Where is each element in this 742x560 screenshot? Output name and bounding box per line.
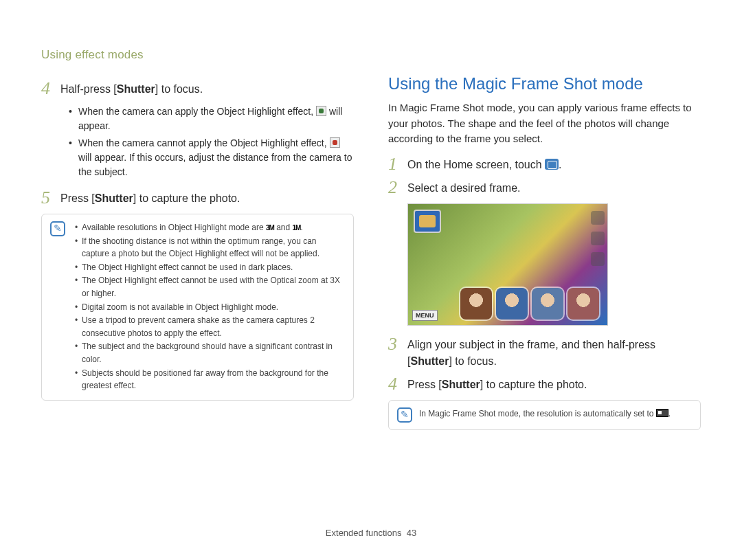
text: Press [: [407, 379, 442, 390]
list-item: If the shooting distance is not within t…: [75, 235, 345, 260]
shutter-label: Shutter: [410, 355, 449, 367]
text: Press [: [60, 192, 95, 204]
list-item: The subject and the background should ha…: [75, 340, 345, 366]
step-text: Align your subject in the frame, and the…: [407, 337, 701, 370]
camera-screenshot: MENU: [407, 203, 608, 326]
list-item: Subjects should be positioned far away f…: [75, 367, 345, 392]
text: When the camera can apply the Object Hig…: [78, 106, 316, 117]
step-text: Half-press [Shutter] to focus.: [60, 81, 354, 98]
note-text: In Magic Frame Shot mode, the resolution…: [419, 407, 692, 423]
text: .: [668, 409, 671, 418]
frame-thumbnail: [460, 288, 492, 320]
screenshot-app-icon: [414, 210, 441, 233]
step-1: 1 On the Home screen, touch .: [388, 157, 701, 173]
step-number: 3: [388, 335, 407, 370]
list-item: Use a tripod to prevent camera shake as …: [75, 314, 345, 339]
section-intro: In Magic Frame Shot mode, you can apply …: [388, 100, 701, 147]
step-5: 5 Press [Shutter] to capture the photo.: [41, 190, 354, 207]
note-box: In Magic Frame Shot mode, the resolution…: [388, 400, 701, 430]
step-number: 5: [41, 189, 60, 207]
text: Half-press [: [60, 83, 117, 95]
text: will appear. If this occurs, adjust the …: [78, 152, 352, 177]
text: ] to capture the photo.: [133, 192, 240, 204]
step-number: 4: [388, 375, 407, 393]
text: In Magic Frame Shot mode, the resolution…: [419, 409, 656, 418]
screenshot-menu-button: MENU: [412, 310, 438, 321]
text: .: [300, 223, 302, 232]
note-box: Available resolutions in Object Highligh…: [41, 214, 354, 401]
highlight-fail-icon: [330, 137, 340, 148]
frame-thumbnail: [567, 288, 599, 320]
right-column: Using the Magic Frame Shot mode In Magic…: [388, 48, 701, 438]
text: When the camera cannot apply the Object …: [78, 137, 330, 148]
step-2: 2 Select a desired frame.: [388, 180, 701, 197]
step-text: Select a desired frame.: [407, 180, 701, 197]
text: ] to capture the photo.: [480, 379, 587, 390]
note-list: Available resolutions in Object Highligh…: [72, 221, 345, 393]
page-footer: Extended functions 43: [0, 528, 742, 538]
step-text: On the Home screen, touch .: [407, 157, 701, 173]
text: .: [559, 159, 561, 170]
step-4-right: 4 Press [Shutter] to capture the photo.: [388, 377, 701, 393]
frame-thumbnails: [460, 288, 599, 320]
section-title: Using the Magic Frame Shot mode: [388, 74, 701, 93]
list-item: Digital zoom is not available in Object …: [75, 301, 345, 314]
list-item: Available resolutions in Object Highligh…: [75, 221, 345, 234]
page: Using effect modes 4 Half-press [Shutter…: [0, 0, 742, 438]
step-number: 2: [388, 179, 407, 197]
shutter-label: Shutter: [117, 83, 155, 95]
footer-section: Extended functions: [326, 528, 402, 538]
resolution-icon: [656, 409, 668, 417]
text: ] to focus.: [155, 83, 203, 95]
list-item: When the camera cannot apply the Object …: [71, 136, 354, 179]
resolution-3m-icon: 3M: [266, 223, 274, 234]
list-item: The Object Highlight effect cannot be us…: [75, 261, 345, 274]
step-4-sublist: When the camera can apply the Object Hig…: [71, 104, 354, 179]
screenshot-side-icon: [591, 211, 605, 225]
step-text: Press [Shutter] to capture the photo.: [60, 190, 354, 207]
frame-thumbnail: [532, 288, 563, 320]
resolution-1m-icon: 1M: [293, 223, 301, 234]
step-number: 4: [41, 80, 60, 98]
magic-frame-app-icon: [545, 159, 559, 170]
highlight-ok-icon: [316, 106, 326, 116]
breadcrumb: Using effect modes: [41, 48, 354, 62]
page-number: 43: [407, 528, 416, 538]
list-item: The Object Highlight effect cannot be us…: [75, 274, 345, 300]
step-text: Press [Shutter] to capture the photo.: [407, 377, 701, 393]
text: On the Home screen, touch: [407, 159, 545, 170]
text: ] to focus.: [449, 355, 496, 367]
note-icon: [50, 221, 65, 236]
frame-thumbnail: [496, 288, 528, 320]
left-column: Using effect modes 4 Half-press [Shutter…: [41, 48, 354, 438]
step-4: 4 Half-press [Shutter] to focus.: [41, 81, 354, 98]
step-3: 3 Align your subject in the frame, and t…: [388, 337, 701, 370]
screenshot-side-icon: [591, 232, 605, 245]
list-item: When the camera can apply the Object Hig…: [71, 104, 354, 133]
spacer: [388, 48, 701, 74]
shutter-label: Shutter: [442, 379, 480, 390]
screenshot-side-icon: [591, 252, 605, 266]
text: and: [274, 223, 293, 232]
shutter-label: Shutter: [95, 192, 133, 204]
text: Available resolutions in Object Highligh…: [82, 223, 266, 232]
note-icon: [397, 407, 412, 423]
step-number: 1: [388, 155, 407, 173]
